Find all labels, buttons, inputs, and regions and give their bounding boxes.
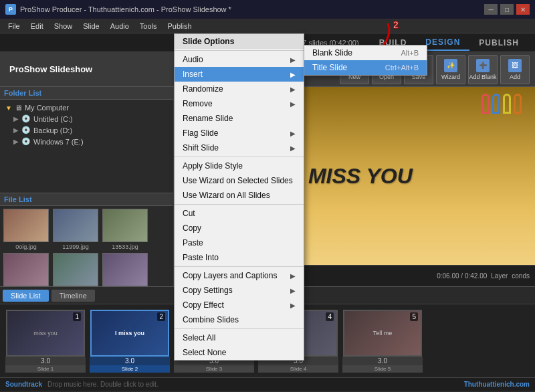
list-item[interactable]: 0oig.jpg [3,209,49,250]
drive-expand-icon: ▶ [13,115,19,122]
file-list-title: File List [0,193,173,206]
slide-duration-3: 3.0 [174,357,254,365]
wizard-icon: ✨ [444,59,457,72]
slide-item-5[interactable]: 5 Tell me 3.0 Slide 5 [342,310,423,373]
soundtrack-bar: Soundtrack Drop music here. Double click… [0,377,535,391]
file-thumb-img-3 [3,253,49,286]
folder-list-title: Folder List [0,87,173,100]
add-blank-icon: ➕ [476,59,490,72]
app-logo: P [5,4,16,15]
skip-end-button[interactable]: ⏭ [248,271,257,282]
preview-background: I MISS YOU [174,87,535,265]
slide-play-2[interactable]: Slide 2 [90,365,170,373]
top-tabs: 7 slides (0:42:00) BUILD DESIGN PUBLISH [0,33,535,52]
tree-d-drive[interactable]: ▶ 💿 Backup (D:) [3,124,171,136]
close-button[interactable]: ✕ [516,4,530,15]
list-item[interactable]: 11999.jpg [52,209,99,250]
menu-tools[interactable]: Tools [134,21,163,31]
slide-duration-1: 3.0 [5,357,86,365]
drive-e-icon: 💿 [21,137,31,146]
preview-area: I MISS YOU [174,87,535,265]
slide-duration-2: 3.0 [90,357,170,365]
list-item[interactable]: 13533.jpg [102,209,148,250]
menu-file[interactable]: File [3,21,25,31]
app-title: ProShow Slideshow [5,64,92,74]
slide-play-1[interactable]: Slide 1 [5,365,86,373]
add-blank-button[interactable]: ➕ Add Blank [468,55,498,84]
slide-item-2[interactable]: 2 I miss you 3.0 Slide 2 [90,310,170,373]
slide-item-3[interactable]: 3 I miss you 3.0 Slide 3 [174,310,254,373]
slides-info: 7 slides (0:42:00) [302,39,358,47]
drive-e-expand-icon: ▶ [13,138,19,145]
new-button[interactable]: 📄 New [340,55,369,84]
file-thumb-img-0 [3,209,49,242]
clips-decoration [481,94,522,114]
toolbar: ProShow Slideshow 📄 New 📂 Open 💾 Save ✨ … [0,52,535,87]
file-thumb-img-2 [102,209,148,242]
slide-play-4[interactable]: Slide 4 [258,365,338,373]
add-icon: 🖼 [508,59,522,72]
list-item[interactable]: anh_bia_em_cho... [52,253,99,286]
slide-play-5[interactable]: Slide 5 [342,365,423,373]
tab-design[interactable]: DESIGN [416,35,469,51]
main-layout: Folder List ▼ 🖥 My Computer ▶ 💿 Untitled… [0,87,535,286]
play-button[interactable]: ▶ [208,271,215,282]
clip-orange [514,94,522,114]
time-display: 0:06.00 / 0:42.00 [437,272,487,280]
open-button[interactable]: 📂 Open [372,55,401,84]
skip-start-button[interactable]: ⏮ [179,271,189,282]
tree-my-computer[interactable]: ▼ 🖥 My Computer [3,102,171,113]
pause-button[interactable]: ⏸ [219,271,229,282]
slide-number-4: 4 [326,312,334,321]
file-thumbnails: 0oig.jpg 11999.jpg 13533.jpg 1572681_619… [0,206,173,286]
slide-play-3[interactable]: Slide 3 [174,365,254,373]
drive-c-icon: 💿 [21,114,31,123]
layer-label: Layer [491,272,508,280]
tab-build[interactable]: BUILD [370,35,417,50]
save-button[interactable]: 💾 Save [404,55,433,84]
slide-thumb-2: 2 I miss you [90,310,169,357]
slide-number-2: 2 [157,312,165,321]
miss-you-text: I MISS YOU [296,164,413,189]
add-button[interactable]: 🖼 Add [500,55,530,84]
minimize-button[interactable]: ─ [484,4,498,15]
window-controls[interactable]: ─ □ ✕ [484,4,530,15]
tab-slide-list[interactable]: Slide List [3,290,49,302]
slide-thumb-4: 4 A [259,310,338,357]
wizard-button[interactable]: ✨ Wizard [436,55,465,84]
slide-thumb-1: 1 miss you [6,310,85,357]
slide-duration-5: 3.0 [342,357,423,365]
new-icon: 📄 [348,59,361,72]
slide-item-1[interactable]: 1 miss you 3.0 Slide 1 [5,310,86,373]
tree-e-drive[interactable]: ▶ 💿 Windows 7 (E:) [3,136,171,147]
slide-strip: 1 miss you 3.0 Slide 1 2 I miss you 3.0 … [0,304,535,377]
conds-label: conds [512,272,530,280]
menu-slide[interactable]: Slide [78,21,104,31]
list-item[interactable]: anh_bia_i_mis... [102,253,148,286]
tab-timeline[interactable]: Timeline [51,290,95,302]
slide-thumb-3: 3 I miss you [175,310,253,357]
left-panel: Folder List ▼ 🖥 My Computer ▶ 💿 Untitled… [0,87,174,286]
tab-publish[interactable]: PUBLISH [469,35,528,50]
next-button[interactable]: ⏩ [233,271,244,282]
soundtrack-label: Soundtrack [5,381,42,388]
prev-button[interactable]: ⏪ [193,271,204,282]
computer-icon: ▼ [5,104,12,112]
folder-tree: ▼ 🖥 My Computer ▶ 💿 Untitled (C:) ▶ 💿 Ba… [0,100,173,193]
maximize-button[interactable]: □ [500,4,514,15]
open-icon: 📂 [380,59,393,72]
preview-panel: I MISS YOU ⏮ ⏪ ▶ ⏸ ⏩ ⏭ 0:06.00 / 0:42.00… [174,87,535,286]
menu-show[interactable]: Show [49,21,78,31]
menu-bar: File Edit Show Slide Audio Tools Publish [0,19,535,33]
clip-red [481,94,490,114]
list-item[interactable]: 1572681_61936... [3,253,49,286]
menu-publish[interactable]: Publish [163,21,197,31]
menu-audio[interactable]: Audio [105,21,134,31]
slide-item-4[interactable]: 4 A 3.0 Slide 4 [258,310,338,373]
menu-edit[interactable]: Edit [25,21,49,31]
tree-c-drive[interactable]: ▶ 💿 Untitled (C:) [3,113,171,124]
watermark: Thuthuattienich.com [464,381,530,388]
clip-blue [492,94,500,114]
save-icon: 💾 [412,59,425,72]
slide-duration-4: 3.0 [258,357,338,365]
